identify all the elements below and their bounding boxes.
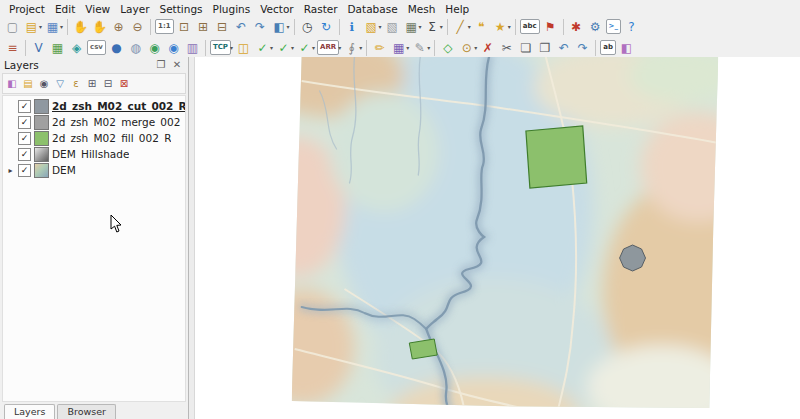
zoom-native-button[interactable]: 1:1 <box>155 19 174 34</box>
layer-item-DEM_Hillshade[interactable]: ✓DEM_Hillshade <box>3 146 185 162</box>
manage-map-themes-icon[interactable]: ◉ <box>37 77 51 91</box>
dropdown-arrow-icon[interactable]: ▾ <box>230 44 233 51</box>
zoom-last-button[interactable]: ↶ <box>233 18 250 35</box>
text-annotation-button[interactable]: abc <box>520 19 540 34</box>
current-edits-button[interactable]: ✎▾ <box>411 39 430 56</box>
paperclip-tool-button[interactable]: ∮▾ <box>343 39 362 56</box>
labeling-button[interactable]: ab <box>600 40 616 55</box>
open-attribute-table-button[interactable]: ▦▾ <box>403 18 422 35</box>
add-mesh-layer-button[interactable]: ◈ <box>68 39 85 56</box>
dropdown-arrow-icon[interactable]: ▾ <box>406 44 409 51</box>
open-project-button[interactable]: ▤▾ <box>23 18 42 35</box>
layer-item-2d_zsh_M02_merge_002_R[interactable]: ✓2d_zsh_M02_merge_002_R <box>3 114 185 130</box>
dropdown-arrow-icon[interactable]: ▾ <box>359 44 362 51</box>
map-canvas[interactable] <box>195 57 800 419</box>
help-button[interactable]: ? <box>623 18 640 35</box>
dropdown-arrow-icon[interactable]: ▾ <box>287 23 290 30</box>
menu-database[interactable]: Database <box>343 3 403 15</box>
dropdown-arrow-icon[interactable]: ▾ <box>291 44 294 51</box>
filter-by-expression-icon[interactable]: ε <box>69 77 83 91</box>
save-edits-button[interactable]: ▦▾ <box>390 39 409 56</box>
menu-raster[interactable]: Raster <box>299 3 343 15</box>
dropdown-arrow-icon[interactable]: ▾ <box>419 23 422 30</box>
pin-labels-button[interactable]: ⚑ <box>542 18 559 35</box>
add-wfs-button[interactable]: ◉ <box>165 39 182 56</box>
delete-selected-button[interactable]: ✗ <box>479 39 496 56</box>
plugin-manager-button[interactable]: ✱ <box>568 18 585 35</box>
tuflow-tcp-button[interactable]: TCP▾ <box>210 40 233 55</box>
panel-tab-layers[interactable]: Layers <box>4 404 55 419</box>
layer-styling-button[interactable]: ◧ <box>618 39 635 56</box>
open-layer-styling-icon[interactable]: ◧ <box>5 77 19 91</box>
add-polygon-feature-button[interactable]: ◇ <box>439 39 456 56</box>
map-tips-button[interactable]: ❝ <box>473 18 490 35</box>
dropdown-arrow-icon[interactable]: ▾ <box>379 23 382 30</box>
dropdown-arrow-icon[interactable]: ▾ <box>427 44 430 51</box>
add-wms-button[interactable]: ◉ <box>146 39 163 56</box>
dropdown-arrow-icon[interactable]: ▾ <box>468 23 471 30</box>
menu-view[interactable]: View <box>80 3 115 15</box>
menu-plugins[interactable]: Plugins <box>208 3 256 15</box>
map-feature-fill-polygon-small[interactable] <box>409 339 437 359</box>
panel-tab-browser[interactable]: Browser <box>57 404 116 419</box>
toggle-editing-button[interactable]: ✏ <box>371 39 388 56</box>
layer-item-2d_zsh_M02_cut_002_R[interactable]: ✓2d_zsh_M02_cut_002_R <box>3 98 185 114</box>
dropdown-arrow-icon[interactable]: ▾ <box>338 44 341 51</box>
tuflow-check-button-2[interactable]: ✓▾ <box>275 39 294 56</box>
statistical-summary-button[interactable]: Σ▾ <box>424 18 443 35</box>
zoom-to-selection-button[interactable]: ⊞ <box>195 18 212 35</box>
close-panel-icon[interactable]: ✕ <box>170 58 184 72</box>
layer-item-DEM[interactable]: ▸✓DEM <box>3 162 185 178</box>
menu-project[interactable]: Project <box>4 3 50 15</box>
add-raster-layer-button[interactable]: ▦ <box>49 39 66 56</box>
map-feature-cut-polygon[interactable] <box>620 245 646 271</box>
map-feature-fill-polygon[interactable] <box>526 126 587 188</box>
dropdown-arrow-icon[interactable]: ▾ <box>312 44 315 51</box>
layer-checkbox[interactable]: ✓ <box>18 132 31 145</box>
redo-button[interactable]: ↷ <box>574 39 591 56</box>
map-view[interactable] <box>195 57 800 419</box>
menu-vector[interactable]: Vector <box>255 3 298 15</box>
tuflow-check-button-1[interactable]: ✓▾ <box>254 39 273 56</box>
refresh-button[interactable]: ↻ <box>318 18 335 35</box>
add-virtual-layer-button[interactable]: ▥ <box>184 39 201 56</box>
identify-features-button[interactable]: ℹ <box>344 18 361 35</box>
tuflow-increment-button[interactable]: ◫ <box>235 39 252 56</box>
temporal-controller-button[interactable]: ◷ <box>299 18 316 35</box>
layer-checkbox[interactable]: ✓ <box>18 116 31 129</box>
layer-checkbox[interactable]: ✓ <box>18 100 31 113</box>
zoom-in-button[interactable]: ⊕ <box>110 18 127 35</box>
copy-features-button[interactable]: ❏ <box>517 39 534 56</box>
layer-checkbox[interactable]: ✓ <box>18 148 31 161</box>
float-panel-icon[interactable]: ❐ <box>154 58 168 72</box>
dropdown-arrow-icon[interactable]: ▾ <box>440 23 443 30</box>
remove-layer-icon[interactable]: ⊠ <box>117 77 131 91</box>
pan-to-selection-button[interactable]: ✋ <box>91 18 108 35</box>
menu-settings[interactable]: Settings <box>154 3 207 15</box>
data-source-manager-button[interactable]: ≡ <box>4 39 21 56</box>
expand-all-icon[interactable]: ⊞ <box>85 77 99 91</box>
new-map-view-button[interactable]: ◧▾ <box>271 18 290 35</box>
paste-features-button[interactable]: ❐ <box>536 39 553 56</box>
menu-edit[interactable]: Edit <box>50 3 80 15</box>
menu-layer[interactable]: Layer <box>115 3 154 15</box>
add-group-icon[interactable]: ▤ <box>21 77 35 91</box>
undo-button[interactable]: ↶ <box>555 39 572 56</box>
add-delimited-text-button[interactable]: csv <box>87 40 106 55</box>
tuflow-check-button-3[interactable]: ✓▾ <box>296 39 315 56</box>
menu-help[interactable]: Help <box>440 3 474 15</box>
deselect-features-button[interactable]: ▧ <box>384 18 401 35</box>
new-project-button[interactable]: ▢ <box>4 18 21 35</box>
menu-mesh[interactable]: Mesh <box>403 3 441 15</box>
dropdown-arrow-icon[interactable]: ▾ <box>474 44 477 51</box>
pan-map-button[interactable]: ✋ <box>72 18 89 35</box>
collapse-all-icon[interactable]: ⊟ <box>101 77 115 91</box>
dropdown-arrow-icon[interactable]: ▾ <box>508 23 511 30</box>
zoom-out-button[interactable]: ⊖ <box>129 18 146 35</box>
zoom-to-layer-button[interactable]: ⊟ <box>214 18 231 35</box>
python-console-button[interactable]: >_ <box>606 19 621 34</box>
dropdown-arrow-icon[interactable]: ▾ <box>39 23 42 30</box>
select-features-button[interactable]: ▧▾ <box>363 18 382 35</box>
vertex-tool-button[interactable]: ⊙▾ <box>458 39 477 56</box>
add-postgis-button[interactable]: ● <box>108 39 125 56</box>
